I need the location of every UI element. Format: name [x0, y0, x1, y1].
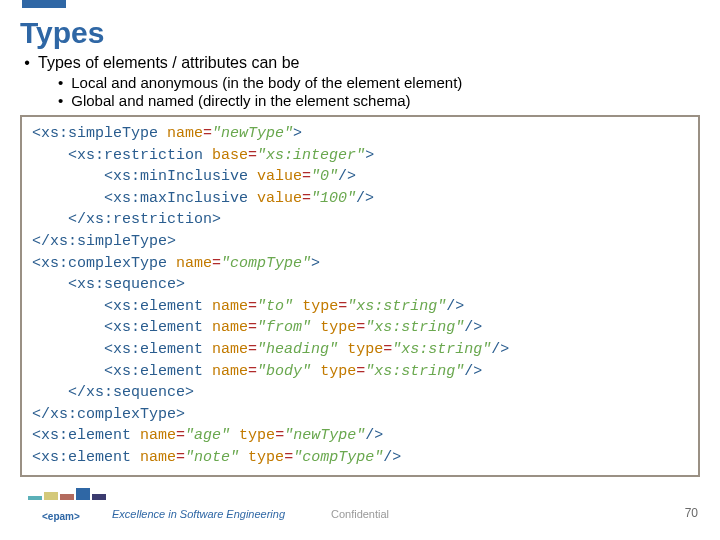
bullet-text: Global and named (directly in the elemen… — [71, 92, 410, 109]
footer-bars — [28, 488, 106, 500]
slide: Types • Types of elements / attributes c… — [0, 0, 720, 540]
bullet-level-1: • Types of elements / attributes can be — [24, 54, 700, 72]
footer-bar-segment — [92, 494, 106, 500]
confidential-label: Confidential — [331, 508, 389, 520]
code-line: <xs:element name="body" type="xs:string"… — [32, 361, 688, 383]
code-line: <xs:simpleType name="newType"> — [32, 123, 688, 145]
code-line: </xs:simpleType> — [32, 231, 688, 253]
accent-bar — [22, 0, 66, 8]
page-number: 70 — [685, 506, 698, 520]
brand-strap: Excellence in Software Engineering — [112, 508, 285, 520]
bullet-dot: • — [24, 54, 30, 72]
footer: <epam> Excellence in Software Engineerin… — [0, 500, 720, 530]
brand-logo: <epam> — [42, 511, 80, 522]
slide-title: Types — [20, 16, 700, 50]
code-line: <xs:element name="heading" type="xs:stri… — [32, 339, 688, 361]
footer-bar-segment — [76, 488, 90, 500]
bullet-level-2: • Local and anonymous (in the body of th… — [58, 74, 700, 91]
bullet-dot: • — [58, 92, 63, 109]
code-line: </xs:complexType> — [32, 404, 688, 426]
bullet-level-2: • Global and named (directly in the elem… — [58, 92, 700, 109]
code-line: <xs:restriction base="xs:integer"> — [32, 145, 688, 167]
code-line: </xs:restriction> — [32, 209, 688, 231]
code-line: <xs:element name="age" type="newType"/> — [32, 425, 688, 447]
footer-bar-segment — [28, 496, 42, 500]
code-line: <xs:minInclusive value="0"/> — [32, 166, 688, 188]
code-line: </xs:sequence> — [32, 382, 688, 404]
brand-text: <epam> — [42, 511, 80, 522]
code-line: <xs:complexType name="compType"> — [32, 253, 688, 275]
footer-bar-segment — [60, 494, 74, 500]
code-line: <xs:element name="to" type="xs:string"/> — [32, 296, 688, 318]
bullet-text: Types of elements / attributes can be — [38, 54, 299, 72]
bullet-dot: • — [58, 74, 63, 91]
code-block: <xs:simpleType name="newType"> <xs:restr… — [20, 115, 700, 477]
code-line: <xs:element name="note" type="compType"/… — [32, 447, 688, 469]
footer-bar-segment — [44, 492, 58, 500]
code-line: <xs:sequence> — [32, 274, 688, 296]
bullet-list: • Types of elements / attributes can be … — [24, 54, 700, 109]
code-line: <xs:maxInclusive value="100"/> — [32, 188, 688, 210]
code-line: <xs:element name="from" type="xs:string"… — [32, 317, 688, 339]
bullet-text: Local and anonymous (in the body of the … — [71, 74, 462, 91]
